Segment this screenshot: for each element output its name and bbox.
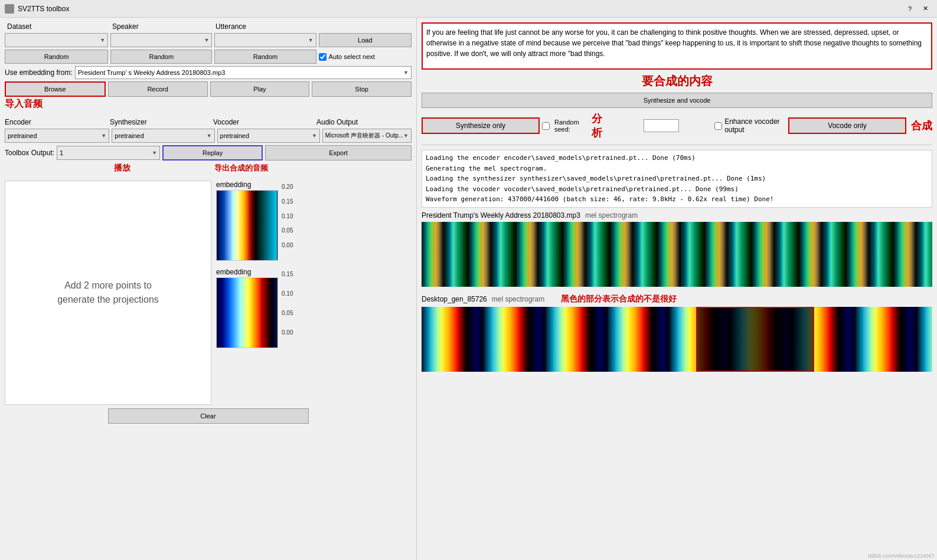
utterance-dropdown[interactable]: ▼ [214,33,316,47]
seed-row: Random seed: 分析 [542,112,608,140]
synthesize-only-button[interactable]: Synthesize only [422,117,540,134]
random-seed-checkbox[interactable] [542,122,550,130]
replay-button[interactable]: Replay [162,145,263,161]
encoder-row: pretrained▼ pretrained▼ pretrained▼ Micr… [5,129,412,143]
mel-section-2: Desktop_gen_85726 mel spectrogram 黑色的部分表… [422,294,932,372]
embedding-label-2: embedding [216,268,278,276]
utterance-header: Utterance [216,22,322,31]
app-icon [5,4,14,14]
main-container: Dataset Speaker Utterance ▼ ▼ ▼ Load Ran… [0,18,937,560]
mel-header-1: President Trump's Weekly Address 2018080… [422,211,932,220]
log-line-2: Generating the mel spectrogram. [426,163,928,174]
synthesize-and-vocode-button[interactable]: Synthesize and vocode [422,93,932,108]
help-button[interactable]: ? [903,3,917,15]
random-seed-label: Random seed: [554,119,587,133]
log-line-1: Loading the encoder encoder\saved_models… [426,153,928,163]
projection-text: Add 2 more points to generate the projec… [57,279,159,307]
log-line-3: Loading the synthesizer synthesizer\save… [426,173,928,184]
left-panel: Dataset Speaker Utterance ▼ ▼ ▼ Load Ran… [0,18,417,560]
synthesizer-label: Synthesizer [110,118,213,126]
embedding-viz-1 [216,190,278,261]
mel-viz-2 [422,307,932,372]
random-speaker-button[interactable]: Random [110,50,212,64]
audio-output-select[interactable]: Microsoft 声音映射器 - Outp...▼ [322,129,412,143]
mel-filename-2: Desktop_gen_85726 [422,295,487,303]
section-labels: Encoder Synthesizer Vocoder Audio Output [5,118,412,126]
vocoder-label: Vocoder [213,118,316,126]
dropdowns-row: ▼ ▼ ▼ Load [5,33,412,47]
seed-input[interactable]: 0 [644,119,679,132]
encoder-label: Encoder [5,118,110,126]
random-row: Random Random Random Auto select next [5,50,412,64]
mel-label-1: mel spectrogram [585,211,638,220]
divider [422,145,932,145]
projection-area: Add 2 more points to generate the projec… [5,181,211,405]
log-area: Loading the encoder encoder\saved_models… [422,150,932,208]
clear-button[interactable]: Clear [108,408,309,424]
dataset-header: Dataset [7,22,112,31]
enhance-check: Enhance vocoder output [714,117,786,134]
auto-select-label: Auto select next [329,53,375,60]
encoder-select[interactable]: pretrained▼ [5,129,109,143]
auto-select-check: Auto select next [319,50,412,64]
synthesis-text: If you are feeling that life just cannot… [426,28,922,58]
speaker-header: Speaker [112,22,216,31]
mel-label-2: mel spectrogram [492,295,544,303]
watermark: bilibili.com/video/av1234567 [868,553,935,559]
embedding-viz-2 [216,277,278,348]
enhance-checkbox[interactable] [714,122,722,130]
embedding-row: Use embedding from: President Trump' s W… [5,66,412,79]
random-dataset-button[interactable]: Random [5,50,108,64]
annotation-replay: 播放 [114,163,130,173]
browse-button[interactable]: Browse [5,81,106,97]
titlebar-controls: ? ✕ [903,3,932,15]
play-button[interactable]: Play [210,81,310,97]
mel-filename-1: President Trump's Weekly Address 2018080… [422,211,580,220]
embedding-select[interactable]: President Trump' s Weekly Address 201808… [75,66,412,79]
embedding-panel-1: embedding 0.20 0.15 0.10 0.05 0.00 [216,181,412,261]
synthesizer-select[interactable]: pretrained▼ [112,129,214,143]
mel-header-2: Desktop_gen_85726 mel spectrogram 黑色的部分表… [422,294,932,304]
enhance-label: Enhance vocoder output [724,117,786,134]
column-headers: Dataset Speaker Utterance [5,22,412,31]
embedding-label: Use embedding from: [5,68,73,77]
audio-output-label: Audio Output [316,118,412,126]
synth-vocode-row: Synthesize only Random seed: 分析 0 Enhanc… [422,112,932,140]
log-line-5: Waveform generation: 437000/441600 (batc… [426,194,928,205]
log-line-4: Loading the vocoder vocoder\saved_models… [426,184,928,195]
titlebar-left: SV2TTS toolbox [5,4,69,14]
stop-button[interactable]: Stop [312,81,412,97]
vocode-only-button[interactable]: Vocode only [788,117,906,134]
action-row: Browse Record Play Stop [5,81,412,97]
dataset-dropdown[interactable]: ▼ [5,33,108,47]
toolbox-label: Toolbox Output: [5,149,54,157]
annotation-export: 导出合成的音频 [214,163,268,173]
chinese-content-label: 要合成的内容 [422,73,932,89]
embedding-panel-2: embedding 0.15 0.10 0.05 0.00 [216,268,412,348]
load-button[interactable]: Load [319,33,412,47]
app-title: SV2TTS toolbox [18,5,69,13]
close-button[interactable]: ✕ [918,3,932,15]
annotation-synthesize: 合成 [911,119,932,133]
mel-section-1: President Trump's Weekly Address 2018080… [422,211,932,287]
annotation-black: 黑色的部分表示合成的不是很好 [561,294,677,304]
right-panel: If you are feeling that life just cannot… [417,18,937,560]
toolbox-row: Toolbox Output: 1▼ Replay Export [5,145,412,161]
annotation-import: 导入音频 [5,98,43,110]
annotation-analyze: 分析 [592,112,608,140]
speaker-dropdown[interactable]: ▼ [110,33,212,47]
mel-viz-1 [422,222,932,287]
export-button[interactable]: Export [265,145,412,161]
random-utterance-button[interactable]: Random [214,50,316,64]
vocoder-select[interactable]: pretrained▼ [217,129,320,143]
record-button[interactable]: Record [108,81,208,97]
synthesis-text-area[interactable]: If you are feeling that life just cannot… [422,22,932,70]
auto-select-checkbox[interactable] [319,53,327,61]
titlebar: SV2TTS toolbox ? ✕ [0,0,937,18]
toolbox-select[interactable]: 1▼ [57,146,160,160]
embedding-label-1: embedding [216,181,278,189]
